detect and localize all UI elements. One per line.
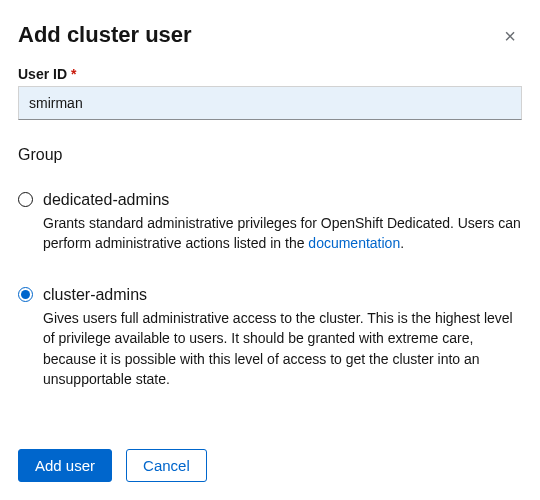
user-id-input[interactable] xyxy=(18,86,522,120)
add-user-button[interactable]: Add user xyxy=(18,449,112,482)
radio-desc-text-pre: Grants standard administrative privilege… xyxy=(43,215,521,251)
group-label: Group xyxy=(18,146,522,164)
user-id-label: User ID* xyxy=(18,66,522,82)
close-icon[interactable]: × xyxy=(498,22,522,50)
cancel-button[interactable]: Cancel xyxy=(126,449,207,482)
required-marker: * xyxy=(71,66,76,82)
radio-title: cluster-admins xyxy=(43,285,522,306)
radio-input-cluster-admins[interactable] xyxy=(18,287,33,302)
radio-desc-text-post: . xyxy=(400,235,404,251)
radio-description: Grants standard administrative privilege… xyxy=(43,213,522,254)
user-id-label-text: User ID xyxy=(18,66,67,82)
documentation-link[interactable]: documentation xyxy=(308,235,400,251)
dialog-title: Add cluster user xyxy=(18,22,192,48)
dialog-footer: Add user Cancel xyxy=(18,449,207,482)
radio-option-cluster-admins[interactable]: cluster-admins Gives users full administ… xyxy=(18,285,522,389)
radio-input-dedicated-admins[interactable] xyxy=(18,192,33,207)
radio-option-dedicated-admins[interactable]: dedicated-admins Grants standard adminis… xyxy=(18,190,522,253)
radio-title: dedicated-admins xyxy=(43,190,522,211)
radio-description: Gives users full administrative access t… xyxy=(43,308,522,389)
